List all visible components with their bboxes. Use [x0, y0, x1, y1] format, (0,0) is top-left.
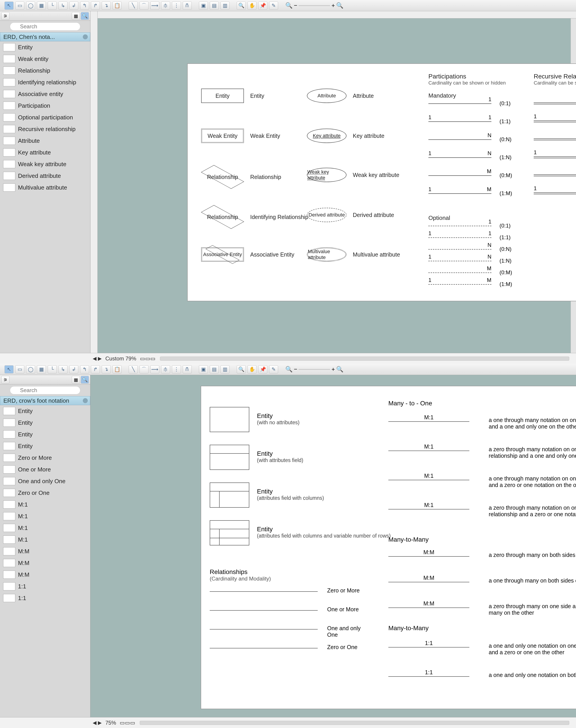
search-input[interactable] [10, 23, 80, 31]
connector-3[interactable]: ↲ [69, 2, 78, 10]
zoom-in-tool[interactable]: 🔍 [237, 2, 246, 10]
zoom-label[interactable]: 75% [105, 720, 116, 726]
palette-item[interactable]: Recursive relationship [0, 123, 90, 135]
palette-item[interactable]: Optional participation [0, 112, 90, 123]
scrollbar-horizontal[interactable] [140, 721, 569, 725]
pen-tool[interactable]: ✎ [269, 365, 278, 373]
palette-item[interactable]: M:1 [0, 510, 90, 522]
hand-tool[interactable]: ✋ [248, 365, 257, 373]
grid-tool[interactable]: ▦ [37, 365, 46, 373]
scrollbar-horizontal[interactable] [160, 357, 569, 361]
group-tool-3[interactable]: ▥ [221, 2, 230, 10]
zoom-out-icon[interactable]: 🔍 [285, 2, 292, 9]
palette-item[interactable]: Zero or More [0, 452, 90, 464]
group-tool-3[interactable]: ▥ [221, 365, 230, 373]
palette-item[interactable]: Identifying relationship [0, 77, 90, 88]
zoom-slider[interactable]: 🔍 −+ 🔍 [285, 366, 343, 373]
connector-4[interactable]: ↰ [80, 365, 89, 373]
line-tool-2[interactable]: ⌒ [140, 2, 148, 10]
rect-tool[interactable]: ▭ [15, 2, 24, 10]
palette-item[interactable]: M:M [0, 545, 90, 557]
palette-item[interactable]: Entity [0, 428, 90, 440]
palette-item[interactable]: M:M [0, 557, 90, 569]
hand-tool[interactable]: ✋ [248, 2, 257, 10]
palette-item[interactable]: M:1 [0, 534, 90, 545]
line-tool-3[interactable]: ⟿ [150, 2, 159, 10]
line-tool-5[interactable]: ⋮ [172, 365, 181, 373]
tree-view-icon[interactable]: ⚞ [1, 376, 9, 384]
search-toggle-icon[interactable]: 🔍 [81, 376, 89, 384]
canvas[interactable]: Entity(with no attributes)Entity(with at… [90, 375, 576, 717]
line-tool-2[interactable]: ⌒ [140, 365, 148, 373]
line-tool-3[interactable]: ⟿ [150, 365, 159, 373]
search-input[interactable] [10, 386, 80, 394]
palette-title[interactable]: ERD, Chen's nota... [0, 32, 90, 41]
line-tool-1[interactable]: ╲ [129, 2, 138, 10]
collapse-icon[interactable] [83, 34, 88, 39]
palette-item[interactable]: One or More [0, 464, 90, 475]
palette-item[interactable]: M:1 [0, 522, 90, 534]
palette-item[interactable]: Zero or One [0, 487, 90, 499]
palette-item[interactable]: Multivalue attribute [0, 182, 90, 193]
connector-5[interactable]: ↱ [91, 365, 100, 373]
palette-item[interactable]: 1:1 [0, 592, 90, 604]
tree-view-icon[interactable]: ⚞ [1, 12, 9, 20]
oval-tool[interactable]: ◯ [26, 2, 35, 10]
line-tool-1[interactable]: ╲ [129, 365, 138, 373]
collapse-icon[interactable] [83, 398, 88, 403]
search-toggle-icon[interactable]: 🔍 [81, 12, 89, 20]
palette-item[interactable]: 1:1 [0, 580, 90, 592]
line-tool-4[interactable]: ⫛ [161, 2, 170, 10]
palette-item[interactable]: Weak entity [0, 53, 90, 65]
palette-item[interactable]: Entity [0, 41, 90, 53]
canvas[interactable]: EntityEntityWeak EntityWeak EntityRelati… [90, 11, 576, 353]
connector-4[interactable]: ↰ [80, 2, 89, 10]
line-tool-4[interactable]: ⫛ [161, 365, 170, 373]
palette-item[interactable]: M:M [0, 569, 90, 580]
palette-item[interactable]: Entity [0, 440, 90, 452]
zoom-slider[interactable]: 🔍 −+ 🔍 [285, 2, 343, 9]
zoom-in-icon[interactable]: 🔍 [336, 2, 343, 9]
pointer-tool[interactable]: ↖ [4, 2, 13, 10]
palette-item[interactable]: M:1 [0, 499, 90, 510]
stamp-tool[interactable]: 📌 [258, 2, 267, 10]
rect-tool[interactable]: ▭ [15, 365, 24, 373]
connector-2[interactable]: ↳ [58, 2, 67, 10]
palette-item[interactable]: Derived attribute [0, 170, 90, 182]
connector-2[interactable]: ↳ [58, 365, 67, 373]
oval-tool[interactable]: ◯ [26, 365, 35, 373]
stamp-tool[interactable]: 📌 [258, 365, 267, 373]
palette-title[interactable]: ERD, crow's foot notation [0, 396, 90, 405]
group-tool-2[interactable]: ▤ [210, 2, 219, 10]
pointer-tool[interactable]: ↖ [4, 365, 13, 373]
grid-view-icon[interactable]: ▦ [72, 12, 80, 20]
connector-6[interactable]: ↴ [102, 2, 111, 10]
palette-item[interactable]: Entity [0, 417, 90, 428]
palette-item[interactable]: Relationship [0, 65, 90, 77]
grid-view-icon[interactable]: ▦ [72, 376, 80, 384]
palette-item[interactable]: Attribute [0, 135, 90, 147]
connector-1[interactable]: └ [48, 365, 57, 373]
connector-1[interactable]: └ [48, 2, 57, 10]
paste-tool[interactable]: 📋 [113, 365, 121, 373]
connector-6[interactable]: ↴ [102, 365, 111, 373]
connector-3[interactable]: ↲ [69, 365, 78, 373]
zoom-in-icon[interactable]: 🔍 [336, 366, 343, 373]
grid-tool[interactable]: ▦ [37, 2, 46, 10]
paste-tool[interactable]: 📋 [113, 2, 121, 10]
palette-item[interactable]: Participation [0, 100, 90, 112]
line-tool-6[interactable]: ⫚ [183, 365, 192, 373]
palette-item[interactable]: Key attribute [0, 147, 90, 158]
group-tool-2[interactable]: ▤ [210, 365, 219, 373]
group-tool-1[interactable]: ▣ [199, 365, 208, 373]
palette-item[interactable]: One and only One [0, 475, 90, 487]
palette-item[interactable]: Entity [0, 405, 90, 417]
line-tool-5[interactable]: ⋮ [172, 2, 181, 10]
zoom-label[interactable]: Custom 79% [105, 356, 136, 362]
pen-tool[interactable]: ✎ [269, 2, 278, 10]
connector-5[interactable]: ↱ [91, 2, 100, 10]
zoom-in-tool[interactable]: 🔍 [237, 365, 246, 373]
palette-item[interactable]: Associative entity [0, 88, 90, 100]
palette-item[interactable]: Weak key attribute [0, 158, 90, 170]
group-tool-1[interactable]: ▣ [199, 2, 208, 10]
